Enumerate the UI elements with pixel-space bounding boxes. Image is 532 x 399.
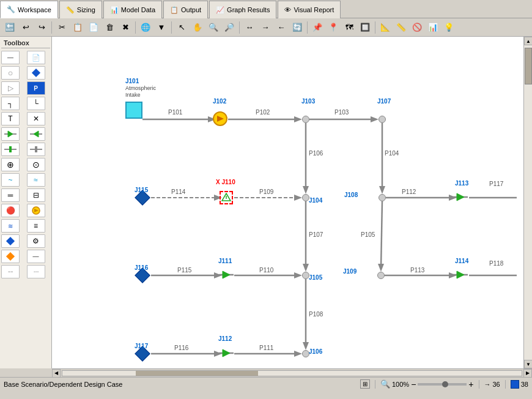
select-btn[interactable]: ↖ xyxy=(174,20,189,35)
delete-btn[interactable]: 🗑 xyxy=(102,20,117,35)
scroll-track-bottom[interactable] xyxy=(62,370,522,376)
tab-workspace[interactable]: 🔧 Workspace xyxy=(0,1,58,18)
zoom-slider[interactable] xyxy=(418,383,467,386)
svg-marker-53 xyxy=(223,271,230,278)
tool-cross[interactable]: ✕ xyxy=(27,112,45,125)
tool-diamond[interactable] xyxy=(27,66,45,80)
prev-btn[interactable]: ← xyxy=(274,20,289,35)
zoom-control: 🔍 100% − + xyxy=(380,379,474,389)
tool-line2[interactable]: ─ xyxy=(27,250,45,263)
tool-valve2[interactable] xyxy=(27,127,45,141)
zoom-plus-btn[interactable]: + xyxy=(468,379,473,389)
tool-triangle[interactable]: ▷ xyxy=(1,81,20,95)
tool-gate1[interactable] xyxy=(1,143,20,156)
status-bar: Base Scenario/Dependent Design Case ⊞ 🔍 … xyxy=(0,377,532,390)
pump-J102[interactable] xyxy=(212,110,229,129)
tool-wave2[interactable]: ≈ xyxy=(27,173,45,187)
tool-circle2[interactable]: ⊙ xyxy=(27,158,45,171)
tool-double-line[interactable]: ═ xyxy=(1,188,20,202)
refresh-btn[interactable]: 🔄 xyxy=(290,20,305,35)
close-btn[interactable]: ✖ xyxy=(118,20,133,35)
output-icon: 📋 xyxy=(170,6,179,14)
tab-model-data[interactable]: 📊 Model Data xyxy=(103,1,162,18)
svg-marker-57 xyxy=(223,349,230,357)
tool-equal[interactable]: ≡ xyxy=(27,219,45,233)
label-J106: J106 xyxy=(309,348,322,355)
ruler-btn[interactable]: 📐 xyxy=(378,20,393,35)
zoom-minus-btn[interactable]: − xyxy=(411,379,416,389)
tool-gate2[interactable] xyxy=(27,143,45,156)
zoom-out-icon[interactable]: 🔍 xyxy=(380,379,390,389)
pan-btn[interactable]: ✋ xyxy=(190,20,205,35)
flag-btn[interactable]: 📍 xyxy=(326,20,341,35)
tool-flow[interactable]: ≋ xyxy=(1,219,20,233)
pin-btn[interactable]: 📌 xyxy=(310,20,325,35)
redo-btn[interactable]: ↪ xyxy=(34,20,49,35)
valve-J114[interactable] xyxy=(453,270,468,281)
globe-btn[interactable]: 🌐 xyxy=(138,20,153,35)
tool-wave[interactable]: ~ xyxy=(1,173,20,187)
junction-J107[interactable] xyxy=(379,116,386,123)
tool-short-line[interactable]: ╌ xyxy=(1,265,20,278)
junction-J109[interactable] xyxy=(377,272,385,279)
valve-J111[interactable] xyxy=(219,270,234,281)
pipe-P108-label: P108 xyxy=(309,311,323,318)
tool-dash-line[interactable]: ┄ xyxy=(27,265,45,278)
tool-pump-yellow[interactable] xyxy=(27,204,45,217)
tab-output-label: Output xyxy=(181,6,201,13)
tool-gear[interactable]: ⚙ xyxy=(27,234,45,248)
junction-J103[interactable] xyxy=(302,116,309,123)
tool-blue-diamond[interactable] xyxy=(1,234,20,248)
zoom-in-btn[interactable]: 🔍 xyxy=(206,20,221,35)
tool-red-dot[interactable]: 🔴 xyxy=(1,204,20,217)
cut-btn[interactable]: ✂ xyxy=(54,20,69,35)
scroll-thumb-right[interactable] xyxy=(525,48,532,84)
tool-orange-diamond[interactable] xyxy=(1,250,20,263)
fit-icon[interactable]: ⊞ xyxy=(360,379,370,389)
valve-J112[interactable] xyxy=(219,348,234,359)
next-btn[interactable]: → xyxy=(258,20,273,35)
tool-pipe[interactable]: ─ xyxy=(1,51,20,64)
count2-box xyxy=(511,380,519,389)
tool-elbow2[interactable]: └ xyxy=(27,97,45,110)
paste-btn[interactable]: 📄 xyxy=(86,20,101,35)
new-btn[interactable]: 🔙 xyxy=(2,20,17,35)
tool-minus-box[interactable]: ⊟ xyxy=(27,188,45,202)
tool-valve1[interactable] xyxy=(1,127,20,141)
valve-J113[interactable] xyxy=(453,192,468,203)
error-J110[interactable] xyxy=(220,191,233,204)
no-btn[interactable]: 🚫 xyxy=(410,20,424,35)
scroll-right-btn[interactable]: ▶ xyxy=(523,369,532,378)
pipe-P112-label: P112 xyxy=(402,188,416,195)
tool-doc[interactable]: 📄 xyxy=(27,51,45,64)
undo-btn[interactable]: ↩ xyxy=(18,20,33,35)
tab-graph-results[interactable]: 📈 Graph Results xyxy=(209,1,276,18)
tool-elbow1[interactable]: ┐ xyxy=(1,97,20,110)
scroll-track-right[interactable] xyxy=(524,45,532,360)
copy-btn[interactable]: 📋 xyxy=(70,20,85,35)
tool-plus[interactable]: ⊕ xyxy=(1,158,20,171)
measure-btn[interactable]: 📏 xyxy=(394,20,408,35)
chart-btn[interactable]: 📊 xyxy=(426,20,440,35)
tab-output[interactable]: 📋 Output xyxy=(163,1,208,18)
scroll-down-btn[interactable]: ▼ xyxy=(524,360,532,368)
canvas-area[interactable]: J101AtmosphericIntake J102 P101 P102 P10… xyxy=(52,37,523,368)
scroll-up-btn[interactable]: ▲ xyxy=(524,37,532,45)
tool-p[interactable]: P xyxy=(27,81,45,95)
zoom-region-btn[interactable]: 🔎 xyxy=(222,20,237,35)
junction-J108[interactable] xyxy=(379,194,386,201)
scroll-left-btn[interactable]: ◀ xyxy=(52,369,61,378)
pipe-P104-label: P104 xyxy=(385,150,399,157)
rect-btn[interactable]: 🔲 xyxy=(358,20,372,35)
light-btn[interactable]: 💡 xyxy=(441,20,456,35)
dropdown-btn[interactable]: ▼ xyxy=(154,20,169,35)
tab-visual-report[interactable]: 👁 Visual Report xyxy=(278,1,341,18)
tool-tee[interactable]: T xyxy=(1,112,20,125)
toolbox-title: Toolbox xyxy=(1,38,50,48)
tool-circle[interactable]: ○ xyxy=(1,66,20,80)
tab-sizing[interactable]: 📏 Sizing xyxy=(59,1,102,18)
map-btn[interactable]: 🗺 xyxy=(342,20,357,35)
fit-btn[interactable]: ↔ xyxy=(242,20,257,35)
zoom-thumb[interactable] xyxy=(442,381,448,387)
scroll-thumb-bottom[interactable] xyxy=(136,371,258,376)
